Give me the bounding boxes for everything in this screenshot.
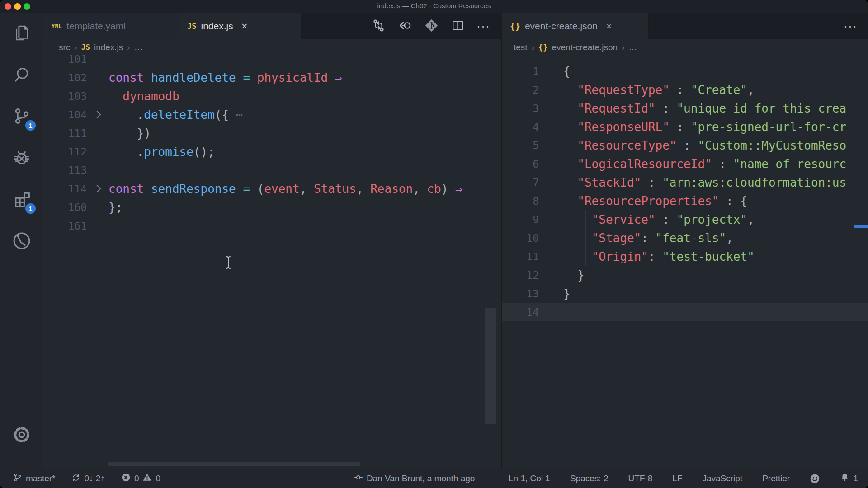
overview-ruler-mark <box>854 225 868 228</box>
gitlens-compare-icon[interactable] <box>397 18 412 35</box>
code-line[interactable]: 7 "StackId" : "arn:aws:cloudformation:us <box>502 173 868 192</box>
title-bar: index.js — Ch02 - Custom Resources <box>0 0 868 13</box>
window-title: index.js — Ch02 - Custom Resources <box>0 2 868 9</box>
files-icon <box>12 23 31 44</box>
code-line[interactable]: 2 "RequestType" : "Create", <box>502 80 868 99</box>
code-line[interactable]: 101 <box>43 55 501 68</box>
code-line[interactable]: 161 <box>43 216 501 235</box>
code-line[interactable]: 4 "ResponseURL" : "pre-signed-url-for-cr <box>502 117 868 136</box>
editor-group-left: YML template.yaml JS index.js × <box>43 13 502 469</box>
notifications-bell[interactable]: 1 <box>840 473 858 484</box>
line-number: 4 <box>502 121 539 133</box>
eol-sequence[interactable]: LF <box>672 474 682 483</box>
encoding[interactable]: UTF-8 <box>628 474 652 483</box>
breadcrumb-file[interactable]: event-create.json <box>552 42 618 52</box>
problems-status[interactable]: 0 0 <box>121 473 160 484</box>
fold-chevron-icon[interactable] <box>93 110 101 118</box>
formatter[interactable]: Prettier <box>762 474 790 483</box>
vertical-scrollbar[interactable] <box>485 308 496 424</box>
js-file-icon: JS <box>187 22 196 31</box>
line-number: 111 <box>43 127 87 139</box>
code-line[interactable]: 114const sendResponse = (event, Status, … <box>43 179 501 198</box>
search-icon <box>12 65 31 86</box>
breadcrumb-folder[interactable]: test <box>514 42 528 52</box>
indentation[interactable]: Spaces: 2 <box>570 474 609 483</box>
tab-template-yaml[interactable]: YML template.yaml <box>43 13 179 39</box>
sidebar-item-extensions[interactable]: 1 <box>0 179 43 221</box>
code-editor-event-create-json[interactable]: 1{2 "RequestType" : "Create",3 "RequestI… <box>502 55 868 469</box>
editor-actions-right: ··· <box>844 13 857 39</box>
gitlens-gauge-icon <box>12 231 32 253</box>
notification-count: 1 <box>853 474 858 483</box>
feedback-smiley-icon[interactable] <box>810 474 820 484</box>
line-number: 103 <box>43 90 87 102</box>
text-cursor-pointer <box>225 256 231 271</box>
gear-icon <box>12 425 32 446</box>
branch-status[interactable]: master* <box>13 473 55 484</box>
code-line[interactable]: 6 "LogicalResourceId" : "name of resourc <box>502 155 868 173</box>
source-control-badge: 1 <box>25 120 36 131</box>
code-line[interactable]: 9 "Service" : "projectx", <box>502 210 868 229</box>
warning-count: 0 <box>156 474 160 483</box>
sidebar-item-search[interactable] <box>0 55 43 96</box>
commit-icon <box>354 473 363 484</box>
code-editor-index-js[interactable]: 101102const handleDelete = physicalId ⇒1… <box>43 55 501 469</box>
tab-bar-left: YML template.yaml JS index.js × <box>43 13 501 39</box>
horizontal-scrollbar[interactable] <box>108 462 360 466</box>
json-file-icon: {} <box>510 21 520 31</box>
breadcrumb-file[interactable]: index.js <box>94 42 123 52</box>
gitlens-blame[interactable]: Dan Van Brunt, a month ago <box>354 469 475 488</box>
blame-text: Dan Van Brunt, a month ago <box>367 474 475 483</box>
line-number: 102 <box>43 72 87 84</box>
code-line[interactable]: 160}; <box>43 198 501 216</box>
git-compare-icon[interactable] <box>372 19 386 34</box>
code-line[interactable]: 102const handleDelete = physicalId ⇒ <box>43 68 501 87</box>
line-number: 6 <box>502 158 539 170</box>
code-line[interactable]: 13} <box>502 284 868 303</box>
line-number: 11 <box>502 251 539 263</box>
sidebar-item-gitlens[interactable] <box>0 221 43 263</box>
breadcrumb: src › JS index.js › … <box>43 39 501 55</box>
breadcrumb-more[interactable]: … <box>134 42 143 52</box>
line-number: 8 <box>502 195 539 207</box>
sidebar-item-settings[interactable] <box>0 415 43 456</box>
line-number: 3 <box>502 103 539 114</box>
tab-close-icon[interactable]: × <box>606 21 612 32</box>
activity-bar: 1 1 <box>0 13 43 469</box>
breadcrumb-more[interactable]: … <box>629 42 637 52</box>
line-number: 113 <box>43 164 87 176</box>
cursor-position[interactable]: Ln 1, Col 1 <box>509 474 550 483</box>
sidebar-item-source-control[interactable]: 1 <box>0 96 43 138</box>
tab-event-create-json[interactable]: {} event-create.json × <box>502 13 649 39</box>
split-editor-icon[interactable] <box>451 19 465 34</box>
more-actions-icon[interactable]: ··· <box>844 19 857 33</box>
more-actions-icon[interactable]: ··· <box>476 19 490 33</box>
code-line[interactable]: 14 <box>502 303 868 321</box>
tab-index-js[interactable]: JS index.js × <box>179 13 301 39</box>
json-file-icon: {} <box>538 43 547 52</box>
status-bar: master* 0↓ 2↑ 0 0 <box>0 469 868 488</box>
chevron-right-icon: › <box>74 42 77 52</box>
sidebar-item-debug[interactable] <box>0 138 43 179</box>
code-line[interactable]: 1{ <box>502 62 868 80</box>
code-line[interactable]: 11 "Origin": "test-bucket" <box>502 247 868 266</box>
code-line[interactable]: 8 "ResourceProperties" : { <box>502 192 868 210</box>
sync-status[interactable]: 0↓ 2↑ <box>71 473 104 484</box>
chevron-right-icon: › <box>532 42 534 52</box>
line-number: 10 <box>502 232 539 244</box>
code-line[interactable]: 3 "RequestId" : "unique id for this crea <box>502 99 868 117</box>
line-number: 13 <box>502 288 539 300</box>
fold-chevron-icon[interactable] <box>93 184 101 192</box>
tab-label: template.yaml <box>66 21 126 32</box>
tab-close-icon[interactable]: × <box>241 21 248 32</box>
breadcrumb-folder[interactable]: src <box>59 42 70 52</box>
code-line[interactable]: 5 "ResourceType" : "Custom::MyCustomReso <box>502 136 868 155</box>
js-file-icon: JS <box>81 43 90 52</box>
git-logo-icon[interactable] <box>424 18 439 35</box>
sidebar-item-explorer[interactable] <box>0 13 43 55</box>
tab-label: index.js <box>201 21 233 32</box>
code-line[interactable]: 12 } <box>502 266 868 284</box>
language-mode[interactable]: JavaScript <box>702 474 742 483</box>
code-line[interactable]: 10 "Stage": "feat-sls", <box>502 229 868 247</box>
extensions-badge: 1 <box>25 203 36 214</box>
